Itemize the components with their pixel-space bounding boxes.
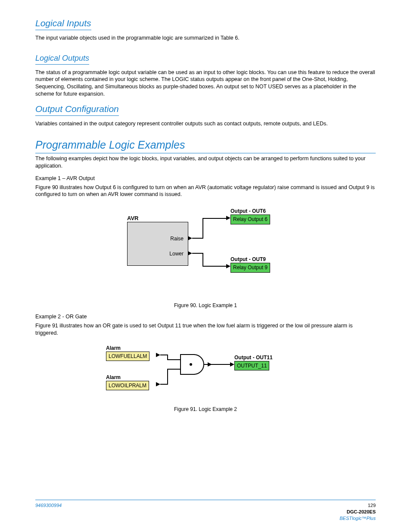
fig2-diagram: Alarm LOWFUELLALM Alarm LOWOILPRALM Outp… <box>104 345 307 401</box>
wire <box>167 369 180 370</box>
para-output-configuration: Variables contained in the output catego… <box>35 120 376 128</box>
footer-doc-number: 9469300994 <box>35 502 62 522</box>
avr-port-lower: Lower <box>153 250 184 257</box>
heading-logical-outputs: Logical Outputs <box>35 53 89 64</box>
footer-product-name: DGC-2020ES <box>339 509 376 515</box>
footer-section-name: BESTlogic™Plus <box>339 515 376 522</box>
para-examples-intro: The following examples depict how the lo… <box>35 155 376 170</box>
heading-output-configuration: Output Configuration <box>35 103 119 116</box>
alarm1-label: Alarm <box>106 345 121 352</box>
alarm2-label: Alarm <box>106 374 121 381</box>
ex2-title: Example 2 - OR Gate <box>35 313 376 320</box>
wire <box>167 369 168 385</box>
or-gate-icon <box>180 354 204 375</box>
para-logical-inputs: The input variable objects used in the p… <box>35 34 376 42</box>
alarm2-box: LOWOILPRALM <box>106 381 149 390</box>
footer-page-number: 129 <box>339 502 376 509</box>
wire <box>202 266 227 267</box>
output9-label: Output - OUT9 <box>230 256 266 263</box>
ex1-title: Example 1 – AVR Output <box>35 175 376 182</box>
triangle-icon <box>188 236 192 240</box>
wire <box>192 238 203 239</box>
triangle-icon <box>208 362 212 367</box>
alarm1-box: LOWFUELLALM <box>106 352 149 361</box>
triangle-icon <box>230 362 234 367</box>
footer-rule <box>35 500 376 501</box>
page-footer: 9469300994 129 DGC-2020ES BESTlogic™Plus <box>35 500 376 522</box>
figure-91-caption: Figure 91. Logic Example 2 <box>35 406 376 413</box>
triangle-icon <box>156 353 160 357</box>
avr-port-raise: Raise <box>153 235 184 242</box>
fig1-diagram: AVR Raise Lower Output - OUT6 Relay Outp… <box>115 206 296 296</box>
heading-logical-inputs: Logical Inputs <box>35 17 91 30</box>
avr-block: Raise Lower <box>127 222 188 266</box>
wire <box>202 253 203 266</box>
ex1-lead: Figure 90 illustrates how Output 6 is co… <box>35 184 376 199</box>
wire <box>167 359 180 360</box>
figure-91: Alarm LOWFUELLALM Alarm LOWOILPRALM Outp… <box>35 345 376 413</box>
avr-block-label: AVR <box>127 215 138 222</box>
wire <box>192 253 203 254</box>
page: Logical Inputs The input variable object… <box>0 0 411 532</box>
output6-box: Relay Output 6 <box>230 215 270 224</box>
heading-examples: Programmable Logic Examples <box>35 138 376 153</box>
wire <box>202 218 227 219</box>
output11-box: OUTPUT_11 <box>234 361 269 370</box>
triangle-icon <box>188 251 192 255</box>
output9-box: Relay Output 9 <box>230 263 270 272</box>
wire <box>202 218 203 239</box>
output6-label: Output - OUT6 <box>230 208 266 215</box>
ex2-lead: Figure 91 illustrates how an OR gate is … <box>35 322 376 337</box>
figure-90: AVR Raise Lower Output - OUT6 Relay Outp… <box>35 206 376 309</box>
para-logical-outputs: The status of a programmable logic outpu… <box>35 69 376 98</box>
triangle-icon <box>226 216 230 220</box>
figure-90-caption: Figure 90. Logic Example 1 <box>35 302 376 309</box>
triangle-icon <box>226 264 230 268</box>
triangle-icon <box>156 382 160 386</box>
output11-label: Output - OUT11 <box>234 354 273 361</box>
